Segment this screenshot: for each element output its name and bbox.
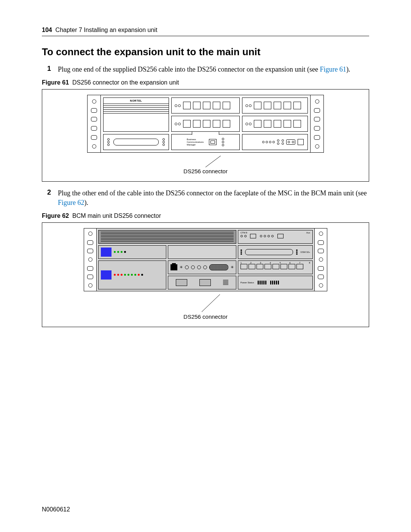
ds256-port-icon xyxy=(170,264,177,270)
figure-62: CTM 8 Aux DSM xyxy=(42,222,369,327)
blank-bay xyxy=(168,245,236,259)
header-rule xyxy=(42,36,369,36)
media-bay xyxy=(168,276,236,289)
bcm-main-unit-chassis: CTM 8 Aux DSM xyxy=(84,228,327,291)
figure-61: NORTEL xyxy=(42,89,369,182)
expansion-slot xyxy=(171,97,240,113)
step-number: 2 xyxy=(42,189,51,207)
nortel-branding-panel: NORTEL xyxy=(103,97,169,132)
svg-line-0 xyxy=(206,156,221,167)
chapter-title: Chapter 7 Installing an expansion unit xyxy=(56,27,158,33)
ds256-module: Business Communications Manager xyxy=(171,134,240,150)
psu-module: Power Status xyxy=(238,276,313,289)
expansion-unit-chassis: NORTEL xyxy=(87,95,324,153)
expansion-slot xyxy=(171,116,240,132)
rack-ear-right xyxy=(310,95,323,152)
disk-module xyxy=(98,245,166,259)
figure-62-caption: Figure 62 BCM main unit DS256 connector xyxy=(42,212,369,219)
svg-line-1 xyxy=(202,294,220,312)
dsm-module: DSM 32+ xyxy=(238,245,313,259)
step-number: 1 xyxy=(42,65,51,74)
step-2: 2 Plug the other end of the cable into t… xyxy=(42,189,369,207)
figure-xref[interactable]: Figure 62 xyxy=(58,199,84,206)
serial-module xyxy=(103,134,169,150)
bcm-label: Business Communications Manager xyxy=(187,138,204,146)
vent-panel xyxy=(98,230,236,244)
rack-ear-right xyxy=(314,228,327,291)
port-module: 1 2 3 4 5 6 7 8 xyxy=(238,260,313,274)
step-1: 1 Plug one end of the supplied DS256 cab… xyxy=(42,65,369,74)
figure-61-caption: Figure 61 DS256 connector on the expansi… xyxy=(42,79,369,86)
rack-ear-left xyxy=(84,228,97,291)
section-title: To connect the expansion unit to the mai… xyxy=(42,46,369,58)
expansion-slot xyxy=(242,97,308,113)
step-body: Plug one end of the supplied DS256 cable… xyxy=(58,65,350,74)
page-number: 104 xyxy=(42,27,52,33)
rack-ear-left xyxy=(88,95,101,152)
expansion-slot xyxy=(242,116,308,132)
msc-faceplate: ✳ ✳ xyxy=(168,260,236,274)
step-body: Plug the other end of the cable into the… xyxy=(58,189,369,207)
callout-line-icon xyxy=(175,294,236,314)
callout-line-icon xyxy=(183,156,228,169)
aux-module xyxy=(242,134,308,150)
ds256-port-icon xyxy=(209,139,217,145)
figure-62-callout: DS256 connector xyxy=(84,294,327,320)
running-head: 104 Chapter 7 Installing an expansion un… xyxy=(42,27,369,34)
figure-61-callout: DS256 connector xyxy=(87,156,324,174)
figure-xref[interactable]: Figure 61 xyxy=(320,66,346,73)
ctm-module: CTM 8 Aux xyxy=(238,230,313,244)
disk-module xyxy=(98,260,166,289)
doc-id-footer: N0060612 xyxy=(42,506,70,513)
